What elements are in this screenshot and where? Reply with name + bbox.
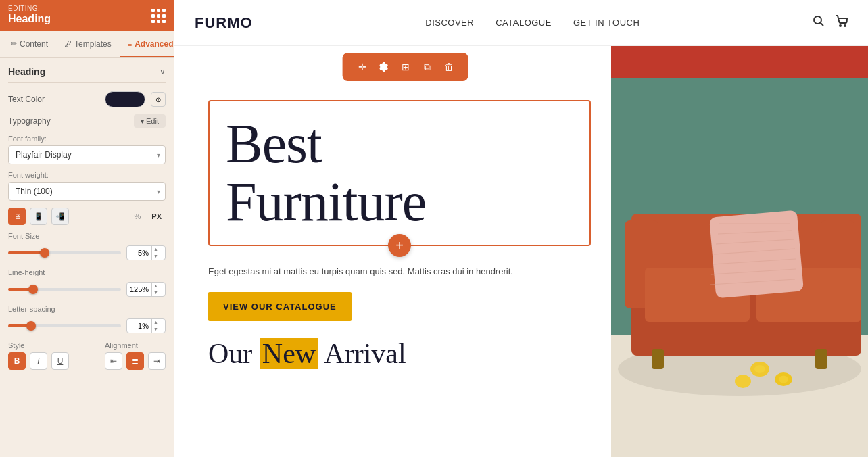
style-label: Style xyxy=(8,341,69,350)
style-align-section: Style B I U Alignment ⇤ ≣ ⇥ xyxy=(8,341,166,372)
floating-toolbar: ✛ ⊞ ⧉ 🗑 xyxy=(343,53,468,81)
letter-spacing-up[interactable]: ▲ xyxy=(152,319,160,326)
underline-style-btn[interactable]: U xyxy=(51,352,69,370)
font-weight-select[interactable]: Thin (100) Normal (400) Bold (700) xyxy=(8,182,166,201)
align-left-btn[interactable]: ⇤ xyxy=(105,352,122,370)
toolbar-copy-btn[interactable]: ⧉ xyxy=(417,57,437,77)
left-panel: EDITING: Heading ✏ Content 🖋 Templates ≡… xyxy=(0,0,174,457)
bottom-heading-highlight: New xyxy=(260,338,318,369)
typography-edit-button[interactable]: Edit xyxy=(134,114,166,128)
nav-get-in-touch[interactable]: GET IN TOUCH xyxy=(573,18,640,28)
line-height-input-box: ▲ ▼ xyxy=(126,282,166,297)
svg-point-2 xyxy=(840,25,841,26)
nav-links: DISCOVER CATALOGUE GET IN TOUCH xyxy=(425,18,640,28)
line-height-slider-input: ▲ ▼ xyxy=(8,282,166,297)
advanced-icon: ≡ xyxy=(128,40,132,48)
line-height-input[interactable] xyxy=(127,283,151,295)
toolbar-settings-btn[interactable] xyxy=(374,57,394,77)
line-height-label: Line-height xyxy=(8,268,45,276)
percent-unit-btn[interactable]: % xyxy=(130,211,145,222)
font-size-down[interactable]: ▼ xyxy=(152,253,160,260)
text-color-row: Text Color ⊙ xyxy=(8,91,166,107)
toolbar-delete-btn[interactable]: 🗑 xyxy=(439,57,459,77)
font-size-label-row: Font Size xyxy=(8,232,166,243)
font-size-up[interactable]: ▲ xyxy=(152,246,160,253)
hero-subtitle: Eget egestas mi at mattis eu turpis quam… xyxy=(208,265,546,279)
cta-button[interactable]: VIEW OUR CATALOGUE xyxy=(208,292,352,321)
font-size-input[interactable] xyxy=(127,247,151,259)
line-height-thumb[interactable] xyxy=(28,285,38,294)
align-right-btn[interactable]: ⇥ xyxy=(148,352,166,370)
svg-point-25 xyxy=(735,375,751,388)
nav-catalogue[interactable]: CATALOGUE xyxy=(496,18,552,28)
svg-rect-13 xyxy=(652,349,664,369)
line-height-up[interactable]: ▲ xyxy=(152,283,160,289)
font-family-label: Font family: xyxy=(8,135,166,143)
bold-style-btn[interactable]: B xyxy=(8,352,26,370)
toolbar-move-btn[interactable]: ✛ xyxy=(352,57,372,77)
typography-label: Typography xyxy=(8,116,51,126)
px-unit-btn[interactable]: PX xyxy=(147,211,166,222)
content-icon: ✏ xyxy=(11,39,17,48)
desktop-device-btn[interactable]: 🖥 xyxy=(8,208,26,225)
search-nav-icon[interactable] xyxy=(813,15,825,30)
letter-spacing-track[interactable] xyxy=(8,324,121,327)
line-height-label-row: Line-height xyxy=(8,268,166,279)
align-center-btn[interactable]: ≣ xyxy=(126,352,144,370)
device-icons: 🖥 📱 📲 xyxy=(8,208,69,225)
text-color-label: Text Color xyxy=(8,95,45,104)
hero-left: ✛ ⊞ ⧉ 🗑 Best Furniture + xyxy=(174,46,611,457)
toolbar-save-btn[interactable]: ⊞ xyxy=(395,57,416,77)
heading-section-header: Heading ∨ xyxy=(8,66,166,83)
font-size-thumb[interactable] xyxy=(40,248,49,258)
line-height-track[interactable] xyxy=(8,288,121,291)
letter-spacing-thumb[interactable] xyxy=(26,321,36,331)
font-size-spinner: ▲ ▼ xyxy=(151,246,160,260)
svg-point-27 xyxy=(779,376,788,383)
cart-nav-icon[interactable] xyxy=(836,15,848,30)
main-area: FURMO DISCOVER CATALOGUE GET IN TOUCH xyxy=(174,0,868,457)
svg-rect-14 xyxy=(815,349,827,369)
heading-section-title: Heading xyxy=(8,66,45,77)
bottom-heading-post: Arrival xyxy=(324,338,406,369)
color-swatch[interactable] xyxy=(105,91,145,107)
letter-spacing-down[interactable]: ▼ xyxy=(152,326,160,333)
grid-icon[interactable] xyxy=(151,9,166,23)
font-family-dropdown-wrapper: Playfair Display Arial Georgia xyxy=(8,145,166,164)
line-height-down[interactable]: ▼ xyxy=(152,289,160,296)
unit-toggle: % PX xyxy=(130,211,166,222)
svg-point-26 xyxy=(754,365,765,373)
heading-edit-box[interactable]: Best Furniture + xyxy=(208,100,591,246)
font-family-select[interactable]: Playfair Display Arial Georgia xyxy=(8,145,166,164)
alignment-label: Alignment xyxy=(105,341,166,350)
letter-spacing-input[interactable] xyxy=(127,320,151,332)
mobile-device-btn[interactable]: 📲 xyxy=(51,208,69,225)
font-weight-dropdown-wrapper: Thin (100) Normal (400) Bold (700) xyxy=(8,182,166,201)
tablet-device-btn[interactable]: 📱 xyxy=(30,208,47,225)
panel-content: Heading ∨ Text Color ⊙ Typography Edit F… xyxy=(0,58,174,457)
tab-templates[interactable]: 🖋 Templates xyxy=(56,31,120,57)
alignment-buttons: ⇤ ≣ ⇥ xyxy=(105,352,166,370)
letter-spacing-input-box: ▲ ▼ xyxy=(126,318,166,333)
letter-spacing-label-row: Letter-spacing xyxy=(8,305,166,316)
font-size-track[interactable] xyxy=(8,251,121,254)
tab-advanced[interactable]: ≡ Advanced xyxy=(120,31,174,57)
tab-content[interactable]: ✏ Content xyxy=(3,31,56,57)
heading-text: Best Furniture xyxy=(226,115,573,231)
eyedropper-button[interactable]: ⊙ xyxy=(151,92,166,107)
alignment-group: Alignment ⇤ ≣ ⇥ xyxy=(105,341,166,372)
line-height-spinner: ▲ ▼ xyxy=(151,283,160,296)
nav-icons xyxy=(813,15,848,30)
svg-line-1 xyxy=(820,23,823,26)
font-size-input-box: ▲ ▼ xyxy=(126,245,166,260)
chevron-icon[interactable]: ∨ xyxy=(160,67,166,76)
letter-spacing-spinner: ▲ ▼ xyxy=(151,319,160,333)
italic-style-btn[interactable]: I xyxy=(30,352,47,370)
line-height-slider-row: Line-height ▲ ▼ xyxy=(8,268,166,297)
style-buttons: B I U xyxy=(8,352,69,370)
font-weight-label: Font weight: xyxy=(8,171,166,179)
nav-discover[interactable]: DISCOVER xyxy=(425,18,474,28)
heading-add-block-btn[interactable]: + xyxy=(388,234,411,257)
navbar: FURMO DISCOVER CATALOGUE GET IN TOUCH xyxy=(174,0,868,46)
bottom-heading: Our New Arrival xyxy=(208,337,591,370)
